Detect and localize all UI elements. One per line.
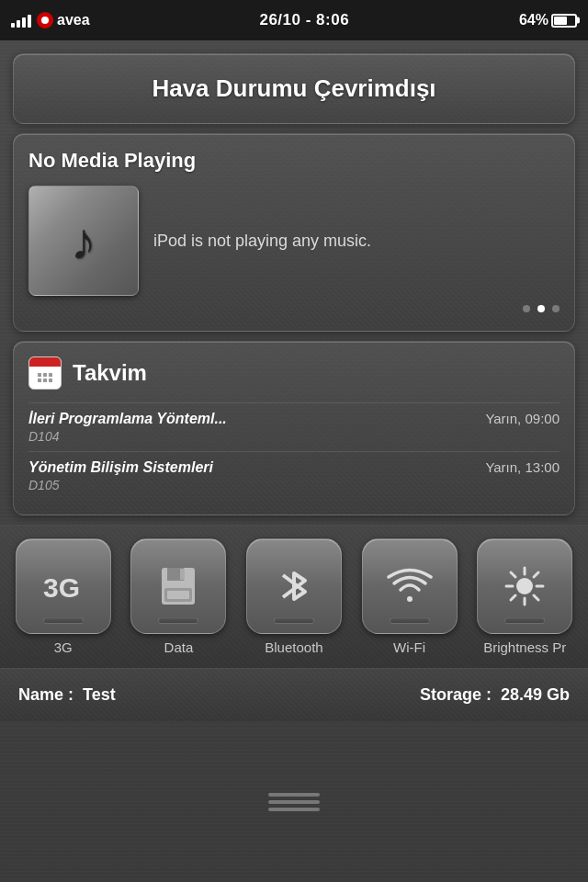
handle-lines xyxy=(268,793,320,811)
dot-3 xyxy=(552,305,560,312)
battery-container: 64% xyxy=(519,12,577,28)
toggle-wifi-icon-wrap[interactable] xyxy=(362,538,458,634)
status-datetime: 26/10 - 8:06 xyxy=(259,11,349,29)
3g-indicator xyxy=(43,617,84,624)
bluetooth-icon xyxy=(270,562,318,610)
calendar-title: Takvim xyxy=(73,360,147,386)
bottom-handle[interactable] xyxy=(0,721,588,882)
dot-1 xyxy=(523,305,530,312)
toggle-data[interactable]: Data xyxy=(125,538,233,655)
media-body: ♪ iPod is not playing any music. xyxy=(28,186,560,296)
media-description: iPod is not playing any music. xyxy=(153,232,560,251)
music-thumbnail: ♪ xyxy=(28,186,139,296)
svg-line-14 xyxy=(534,572,538,577)
cal-icon-body xyxy=(29,367,61,389)
bluetooth-indicator xyxy=(274,617,314,624)
media-title: No Media Playing xyxy=(28,149,560,173)
event-2-name: Yönetim Bilişim Sistemleri xyxy=(28,459,213,476)
toggle-wifi-label: Wi-Fi xyxy=(393,639,425,655)
battery-fill xyxy=(554,17,567,25)
status-right: 64% xyxy=(519,12,577,28)
toggle-bluetooth[interactable]: Bluetooth xyxy=(240,538,348,655)
signal-bar-2 xyxy=(17,20,20,28)
calendar-header: Takvim xyxy=(28,356,560,390)
name-label: Name : xyxy=(18,685,74,704)
toggle-bluetooth-icon-wrap[interactable] xyxy=(246,538,342,634)
svg-line-15 xyxy=(511,595,515,600)
signal-bar-1 xyxy=(11,23,15,28)
status-bar: avea 26/10 - 8:06 64% xyxy=(0,0,588,40)
3g-icon: 3G xyxy=(40,562,87,610)
toggle-3g[interactable]: 3G 3G xyxy=(9,538,118,655)
brightness-indicator xyxy=(504,617,545,624)
svg-rect-5 xyxy=(167,591,189,599)
toggle-bluetooth-label: Bluetooth xyxy=(265,639,322,655)
operator-name: avea xyxy=(57,12,90,28)
name-value: Test xyxy=(83,685,116,704)
signal-bars xyxy=(11,13,31,28)
event-2-location: D105 xyxy=(28,478,560,492)
handle-line-2 xyxy=(268,800,320,804)
brightness-icon xyxy=(501,562,548,610)
media-pagination-dots xyxy=(28,305,560,312)
event-2-time: Yarın, 13:00 xyxy=(485,459,560,475)
toggle-wifi[interactable]: Wi-Fi xyxy=(356,538,464,655)
event-1-time: Yarın, 09:00 xyxy=(485,411,560,426)
status-left: avea xyxy=(11,12,90,28)
main-content: Hava Durumu Çevrimdışı No Media Playing … xyxy=(0,40,588,882)
data-indicator xyxy=(158,617,198,624)
toggle-brightness[interactable]: Brightness Pr xyxy=(470,538,579,655)
device-info: Name : Test Storage : 28.49 Gb xyxy=(0,668,588,721)
weather-widget: Hava Durumu Çevrimdışı xyxy=(13,53,575,124)
toggle-brightness-icon-wrap[interactable] xyxy=(477,538,572,634)
wifi-icon xyxy=(386,562,434,610)
storage-label: Storage : xyxy=(420,685,492,704)
music-note-icon: ♪ xyxy=(71,211,96,271)
device-name: Name : Test xyxy=(18,685,116,705)
logo-icon xyxy=(37,12,53,28)
calendar-icon xyxy=(28,356,62,390)
device-storage: Storage : 28.49 Gb xyxy=(420,685,570,705)
svg-rect-3 xyxy=(180,569,185,580)
media-widget: No Media Playing ♪ iPod is not playing a… xyxy=(13,133,575,332)
svg-text:3G: 3G xyxy=(43,572,80,603)
svg-line-13 xyxy=(534,595,538,600)
svg-point-7 xyxy=(516,578,533,594)
handle-line-3 xyxy=(268,808,320,811)
svg-point-6 xyxy=(407,596,413,602)
event-1-location: D104 xyxy=(28,429,560,444)
signal-bar-3 xyxy=(22,17,26,28)
calendar-event-2: Yönetim Bilişim Sistemleri Yarın, 13:00 … xyxy=(28,451,560,500)
calendar-event-1: İleri Programlama Yönteml... Yarın, 09:0… xyxy=(28,402,560,451)
cal-icon-top xyxy=(29,357,61,367)
wifi-indicator xyxy=(390,617,430,624)
toggle-3g-icon-wrap[interactable]: 3G xyxy=(16,538,111,634)
toggle-3g-label: 3G xyxy=(54,639,73,655)
battery-icon xyxy=(551,14,577,28)
storage-value: 28.49 Gb xyxy=(501,685,570,704)
toggle-data-icon-wrap[interactable] xyxy=(130,538,226,634)
signal-bar-4 xyxy=(28,15,31,28)
handle-line-1 xyxy=(268,793,320,797)
quick-toggles: 3G 3G Data xyxy=(0,525,588,668)
toggle-brightness-label: Brightness Pr xyxy=(483,639,566,655)
operator-logo: avea xyxy=(37,12,90,28)
weather-title: Hava Durumu Çevrimdışı xyxy=(32,74,556,103)
event-row-1: İleri Programlama Yönteml... Yarın, 09:0… xyxy=(28,411,560,427)
calendar-widget: Takvim İleri Programlama Yönteml... Yarı… xyxy=(13,341,575,515)
cal-grid xyxy=(38,373,52,382)
dot-2 xyxy=(537,305,545,312)
event-row-2: Yönetim Bilişim Sistemleri Yarın, 13:00 xyxy=(28,459,560,476)
svg-line-12 xyxy=(511,572,515,577)
data-icon xyxy=(154,562,202,610)
toggle-data-label: Data xyxy=(164,639,194,655)
event-1-name: İleri Programlama Yönteml... xyxy=(28,411,227,427)
battery-percent: 64% xyxy=(519,12,548,28)
